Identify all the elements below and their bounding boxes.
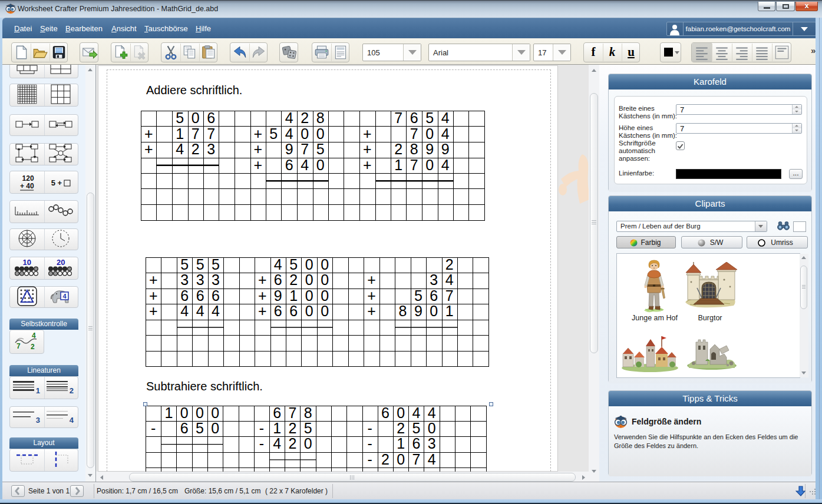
svg-text:6: 6 (180, 420, 189, 436)
svg-text:5: 5 (414, 287, 422, 304)
svg-text:6: 6 (196, 287, 204, 304)
svg-text:4: 4 (273, 435, 281, 452)
svg-text:+: + (367, 287, 376, 304)
svg-text:4: 4 (441, 125, 450, 142)
svg-text:1: 1 (445, 303, 454, 319)
svg-text:9: 9 (414, 303, 422, 319)
svg-text:2: 2 (301, 111, 309, 126)
svg-text:5: 5 (176, 111, 184, 126)
svg-text:0: 0 (397, 451, 405, 467)
svg-text:7: 7 (412, 451, 420, 467)
svg-text:1: 1 (176, 125, 184, 142)
svg-text:5: 5 (412, 420, 420, 436)
svg-text:1: 1 (273, 420, 281, 436)
svg-text:0: 0 (430, 303, 438, 319)
svg-text:7: 7 (445, 287, 454, 304)
svg-text:4: 4 (176, 141, 184, 157)
svg-text:0: 0 (425, 125, 434, 142)
svg-text:+: + (258, 287, 267, 304)
svg-text:9: 9 (425, 141, 434, 157)
svg-text:1: 1 (289, 287, 298, 304)
svg-text:5: 5 (289, 257, 298, 273)
svg-text:1: 1 (164, 406, 173, 421)
svg-text:4: 4 (428, 451, 436, 467)
svg-text:6: 6 (289, 303, 298, 319)
svg-text:+: + (149, 303, 158, 319)
svg-text:4: 4 (441, 111, 450, 126)
svg-text:6: 6 (207, 111, 215, 126)
svg-text:2: 2 (397, 420, 405, 436)
svg-text:5: 5 (269, 125, 278, 142)
svg-text:0: 0 (428, 420, 436, 436)
svg-text:0: 0 (321, 257, 329, 273)
svg-text:0: 0 (196, 406, 204, 421)
svg-text:4: 4 (32, 331, 36, 340)
svg-text:+: + (144, 125, 153, 142)
svg-text:0: 0 (305, 287, 313, 304)
svg-text:4: 4 (301, 157, 309, 173)
svg-text:0: 0 (425, 157, 434, 173)
svg-text:0: 0 (304, 435, 312, 452)
svg-text:7: 7 (301, 141, 309, 157)
svg-text:2: 2 (288, 420, 296, 436)
svg-text:2: 2 (192, 141, 200, 157)
svg-text:6: 6 (180, 287, 189, 304)
svg-text:4: 4 (274, 257, 282, 273)
svg-text:6: 6 (274, 271, 282, 288)
svg-text:+: + (149, 271, 158, 288)
svg-text:5: 5 (425, 111, 434, 126)
svg-text:4: 4 (428, 406, 436, 421)
svg-text:2: 2 (289, 271, 298, 288)
svg-text:1: 1 (394, 157, 402, 173)
svg-text:+: + (253, 157, 262, 173)
svg-text:8: 8 (398, 303, 407, 319)
svg-text:0: 0 (305, 257, 313, 273)
svg-text:0: 0 (321, 287, 329, 304)
svg-text:6: 6 (212, 287, 220, 304)
svg-text:4: 4 (196, 303, 204, 319)
svg-text:6: 6 (412, 435, 420, 452)
svg-text:6: 6 (381, 406, 389, 421)
svg-text:3: 3 (36, 416, 40, 423)
svg-text:+: + (363, 157, 372, 173)
svg-text:9: 9 (285, 141, 293, 157)
svg-text:2: 2 (445, 257, 454, 273)
svg-text:0: 0 (321, 303, 329, 319)
svg-text:4: 4 (180, 303, 189, 319)
svg-text:0: 0 (316, 125, 325, 142)
svg-text:5: 5 (196, 257, 204, 273)
svg-text:6: 6 (430, 287, 438, 304)
svg-text:-: - (367, 420, 372, 436)
svg-text:1: 1 (36, 386, 40, 394)
svg-text:+: + (149, 287, 158, 304)
svg-text:2: 2 (288, 435, 296, 452)
svg-text:8: 8 (304, 406, 312, 421)
svg-text:7: 7 (192, 125, 200, 142)
svg-text:9: 9 (441, 141, 450, 157)
svg-text:4: 4 (285, 125, 293, 142)
svg-text:7: 7 (410, 157, 418, 173)
svg-text:4: 4 (285, 111, 293, 126)
svg-text:5: 5 (212, 257, 220, 273)
svg-text:7: 7 (288, 406, 296, 421)
svg-text:+: + (258, 303, 267, 319)
svg-text:7: 7 (207, 125, 215, 142)
svg-text:4: 4 (70, 416, 74, 423)
svg-text:5: 5 (196, 420, 204, 436)
svg-text:0: 0 (305, 271, 313, 288)
svg-text:0: 0 (211, 406, 219, 421)
svg-text:0: 0 (192, 111, 200, 126)
svg-text:2: 2 (381, 451, 389, 467)
svg-text:6: 6 (285, 157, 293, 173)
svg-text:+: + (367, 271, 376, 288)
svg-text:1: 1 (397, 435, 405, 452)
svg-text:4: 4 (441, 157, 450, 173)
svg-text:-: - (151, 420, 156, 436)
svg-text:4: 4 (445, 271, 454, 288)
svg-text:3: 3 (428, 435, 436, 452)
svg-text:0: 0 (180, 406, 189, 421)
svg-text:+: + (144, 141, 153, 157)
svg-text:0: 0 (397, 406, 405, 421)
svg-text:3: 3 (207, 141, 215, 157)
svg-text:+: + (363, 141, 372, 157)
